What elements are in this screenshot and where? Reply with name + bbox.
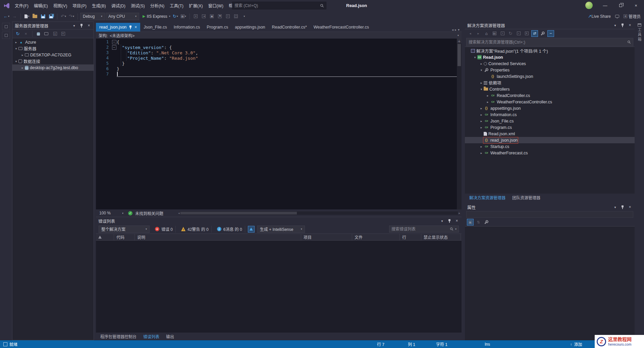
editor-tab[interactable]: Json_File.cs bbox=[140, 23, 170, 32]
pending-changes-button[interactable]: ◔ bbox=[499, 30, 506, 37]
tree-item[interactable]: ▾Read.json bbox=[465, 54, 635, 60]
column-header[interactable]: 说明 bbox=[135, 234, 301, 240]
panel-tab[interactable]: 解决方案资源管理器 bbox=[466, 194, 508, 201]
zoom-select[interactable]: 100 %▾ bbox=[97, 210, 125, 216]
preview-selected-items-button[interactable]: − bbox=[547, 30, 554, 37]
tree-item[interactable]: ▸依赖项 bbox=[465, 80, 635, 86]
window-position-icon[interactable]: ▾ bbox=[440, 218, 444, 223]
column-header[interactable]: 行 bbox=[400, 234, 421, 240]
expander-icon[interactable]: ▾ bbox=[14, 47, 18, 50]
refresh-button[interactable]: ↻ bbox=[507, 30, 514, 37]
expander-icon[interactable]: ▸ bbox=[20, 66, 25, 69]
expander-icon[interactable]: ▾ bbox=[479, 88, 484, 91]
tab-scroll-right-icon[interactable]: ▸ bbox=[455, 28, 457, 32]
collapsed-toolbox-tab[interactable]: 工具箱 bbox=[637, 23, 642, 42]
fold-marker-icon[interactable] bbox=[111, 45, 117, 50]
expander-icon[interactable]: ▸ bbox=[485, 94, 490, 97]
editor-tab[interactable]: Program.cs bbox=[203, 23, 231, 32]
expander-icon[interactable]: ▸ bbox=[479, 151, 484, 155]
code-line[interactable]: 5 } bbox=[96, 61, 457, 66]
expander-icon[interactable]: ▸ bbox=[479, 107, 484, 110]
tree-item[interactable]: ▸WeatherForecastController.cs bbox=[465, 99, 635, 105]
menu-item[interactable]: 扩展(X) bbox=[186, 0, 206, 11]
line-indicator[interactable]: 行 7 bbox=[377, 340, 384, 348]
properties-button[interactable] bbox=[539, 30, 546, 37]
menu-item[interactable]: 生成(B) bbox=[89, 0, 109, 11]
close-button[interactable]: × bbox=[454, 218, 459, 223]
pin-button[interactable] bbox=[79, 23, 84, 28]
menu-item[interactable]: 调试(D) bbox=[109, 0, 128, 11]
refresh-button[interactable]: ↻▾ bbox=[172, 12, 179, 20]
code-editor[interactable]: 1{2 "system_version": {3 "Edition": ".Ne… bbox=[96, 39, 462, 209]
tree-item[interactable]: ▸WeatherForecast.cs bbox=[465, 150, 635, 156]
expander-icon[interactable]: ▸ bbox=[479, 145, 484, 148]
toolbar-button[interactable]: ▢ bbox=[232, 12, 240, 20]
properties-object-combobox[interactable] bbox=[466, 211, 633, 218]
split-editor-handle[interactable]: ＋ bbox=[457, 39, 462, 43]
expander-icon[interactable]: ▸ bbox=[479, 62, 484, 65]
open-file-button[interactable] bbox=[31, 12, 39, 20]
tree-item[interactable]: ▸desktop-ac7g2eg.test.dbo bbox=[12, 64, 94, 71]
navigate-back-button[interactable]: ←▾ bbox=[3, 12, 10, 20]
error-scope-select[interactable]: 整个解决方案▾ bbox=[99, 226, 150, 233]
close-icon[interactable]: × bbox=[135, 25, 137, 30]
char-indicator[interactable]: 字符 1 bbox=[436, 340, 447, 348]
editor-tab[interactable]: read_json.json× bbox=[96, 23, 140, 32]
tree-item[interactable]: ▸Connected Services bbox=[465, 60, 635, 67]
menu-item[interactable]: 编辑(E) bbox=[31, 0, 51, 11]
feedback-button[interactable] bbox=[613, 12, 621, 20]
menu-item[interactable]: 项目(P) bbox=[70, 0, 89, 11]
nav-forward-button[interactable]: ▸ bbox=[475, 30, 482, 37]
errors-filter-button[interactable]: ×错误 0 bbox=[152, 226, 176, 233]
panel-tab[interactable]: 输出 bbox=[163, 333, 177, 340]
menu-item[interactable]: 工具(T) bbox=[167, 0, 186, 11]
menu-item[interactable]: 测试(S) bbox=[128, 0, 148, 11]
expander-icon[interactable]: ▾ bbox=[479, 68, 484, 72]
scroll-left-icon[interactable]: ◂ bbox=[178, 211, 180, 215]
pin-button[interactable] bbox=[447, 218, 452, 223]
solution-platform-select[interactable]: Any CPU▾ bbox=[106, 13, 139, 20]
undo-button[interactable]: ↶▾ bbox=[60, 12, 67, 20]
connect-to-server-button[interactable] bbox=[44, 31, 50, 37]
toolbar-button[interactable]: ⚐ bbox=[224, 12, 232, 20]
filter-button[interactable] bbox=[248, 226, 255, 233]
code-line[interactable]: 2 "system_version": { bbox=[96, 45, 457, 50]
expander-icon[interactable]: ▸ bbox=[20, 53, 25, 57]
solution-search-input[interactable] bbox=[469, 40, 626, 45]
close-button[interactable]: × bbox=[628, 205, 632, 209]
window-position-icon[interactable]: ▾ bbox=[613, 205, 618, 209]
tab-scroll-left-icon[interactable]: ◂ bbox=[452, 28, 453, 32]
user-avatar[interactable] bbox=[585, 2, 593, 9]
solution-configuration-select[interactable]: Debug▾ bbox=[80, 13, 105, 20]
menu-item[interactable]: 分析(N) bbox=[148, 0, 167, 11]
switch-views-button[interactable]: ▤ bbox=[491, 30, 498, 37]
scrollbar-thumb[interactable] bbox=[458, 44, 461, 66]
tree-item[interactable]: launchSettings.json bbox=[465, 73, 635, 80]
tree-item[interactable]: ▸ReadController.cs bbox=[465, 92, 635, 99]
live-share-button[interactable]: ↗Live Share bbox=[587, 12, 611, 20]
start-debugging-button[interactable]: ▶IIS Express▾ bbox=[142, 12, 171, 20]
menu-item[interactable]: 窗口(W) bbox=[206, 0, 226, 11]
redo-button[interactable]: ↷▾ bbox=[68, 12, 75, 20]
tree-item[interactable]: ▾服务器 bbox=[12, 45, 94, 52]
column-header[interactable]: 代码 bbox=[114, 234, 135, 240]
active-files-dropdown-icon[interactable]: ▾ bbox=[458, 28, 460, 32]
code-line[interactable]: 4 "Project_Name": "Read.json" bbox=[96, 55, 457, 61]
window-position-icon[interactable]: ▾ bbox=[613, 23, 618, 28]
restore-button[interactable] bbox=[613, 0, 628, 11]
menu-item[interactable]: 视图(V) bbox=[51, 0, 70, 11]
quick-search[interactable] bbox=[232, 2, 326, 9]
nav-back-button[interactable]: ◂ bbox=[467, 30, 474, 37]
stop-refresh-button[interactable]: × bbox=[22, 31, 29, 37]
toolbar-button[interactable]: ≡ bbox=[192, 12, 200, 20]
editor-tab[interactable]: ReadController.cs* bbox=[269, 23, 310, 32]
tree-item[interactable]: ▸Information.cs bbox=[465, 111, 635, 118]
chevron-down-icon[interactable]: ▾ bbox=[458, 34, 459, 37]
expander-icon[interactable]: ▸ bbox=[479, 119, 484, 123]
preview-in-browser-button[interactable]: ▦▾ bbox=[180, 12, 187, 20]
expander-icon[interactable]: ▸ bbox=[479, 126, 484, 129]
expander-icon[interactable]: ▸ bbox=[479, 113, 484, 116]
editor-tab[interactable]: WeatherForecastController.cs bbox=[310, 23, 372, 32]
panel-header[interactable]: 服务器资源管理器 ▾ × bbox=[12, 22, 94, 29]
expander-icon[interactable]: ▾ bbox=[473, 56, 477, 59]
